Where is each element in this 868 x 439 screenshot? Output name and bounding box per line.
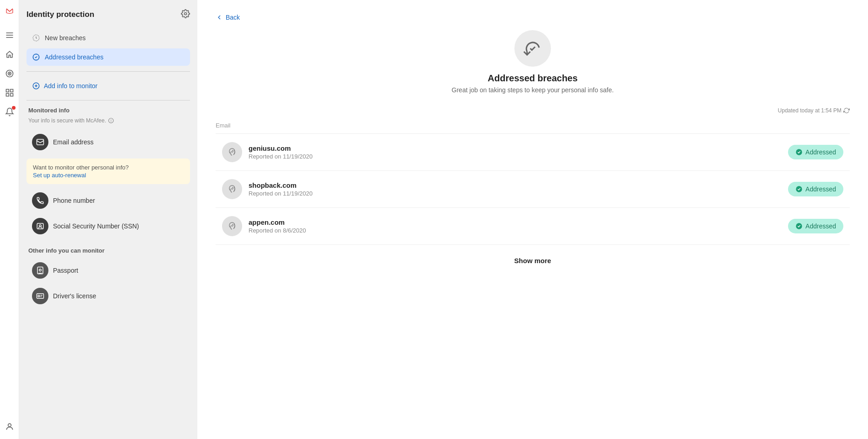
breach-reported-appen: Reported on 8/6/2020	[249, 227, 782, 234]
svg-rect-22	[37, 223, 43, 229]
info-secure-text: Your info is secure with McAfee.	[28, 117, 190, 124]
sidebar-title: Identity protection	[26, 10, 94, 19]
ssn-monitor-icon	[32, 218, 48, 234]
drivers-license-label: Driver's license	[53, 292, 96, 300]
svg-rect-1	[12, 9, 13, 13]
svg-rect-0	[6, 9, 6, 13]
svg-point-29	[796, 186, 802, 192]
settings-gear-icon[interactable]	[181, 9, 190, 20]
new-breaches-label: New breaches	[45, 34, 86, 42]
breach-card-appen[interactable]: appen.com Reported on 8/6/2020 Addressed	[216, 207, 850, 245]
svg-point-27	[38, 295, 40, 297]
back-button[interactable]: Back	[216, 14, 240, 21]
drivers-license-icon	[32, 288, 48, 304]
home-icon[interactable]	[5, 49, 15, 59]
svg-point-28	[796, 149, 802, 155]
setup-auto-renewal-link[interactable]: Set up auto-renewal	[33, 172, 184, 179]
add-info-to-monitor-button[interactable]: Add info to monitor	[26, 77, 190, 95]
svg-point-12	[8, 423, 11, 427]
monitor-item-drivers-license[interactable]: Driver's license	[26, 283, 190, 309]
svg-rect-21	[37, 139, 44, 145]
svg-rect-9	[10, 90, 13, 92]
svg-rect-8	[6, 90, 9, 92]
breach-fingerprint-icon-shopback	[222, 179, 242, 199]
breach-info-geniusu: geniusu.com Reported on 11/19/2020	[249, 144, 782, 160]
breach-card-geniusu[interactable]: geniusu.com Reported on 11/19/2020 Addre…	[216, 133, 850, 170]
check-icon-geniusu	[795, 148, 803, 156]
upsell-text: Want to monitor other personal info?	[33, 164, 129, 171]
target-icon[interactable]	[5, 69, 15, 79]
show-more-button[interactable]: Show more	[216, 249, 850, 273]
monitor-item-ssn[interactable]: Social Security Number (SSN)	[26, 213, 190, 239]
mcafee-logo	[5, 6, 14, 17]
update-line: Updated today at 1:54 PM	[216, 107, 850, 114]
monitor-item-passport[interactable]: Passport	[26, 258, 190, 283]
refresh-icon[interactable]	[843, 107, 850, 114]
breach-fingerprint-icon-geniusu	[222, 142, 242, 162]
check-icon-shopback	[795, 185, 803, 193]
sidebar: Identity protection New breaches Address…	[19, 0, 197, 439]
email-monitor-label: Email address	[53, 138, 94, 146]
check-icon-appen	[795, 222, 803, 230]
svg-rect-10	[6, 94, 9, 96]
passport-label: Passport	[53, 267, 78, 274]
monitor-divider	[26, 100, 190, 100]
page-hero: Addressed breaches Great job on taking s…	[216, 30, 850, 94]
breach-info-shopback: shopback.com Reported on 11/19/2020	[249, 181, 782, 197]
sidebar-item-new-breaches[interactable]: New breaches	[26, 29, 190, 47]
monitor-item-email[interactable]: Email address	[26, 129, 190, 155]
page-subtitle: Great job on taking steps to keep your p…	[452, 86, 614, 94]
ssn-monitor-label: Social Security Number (SSN)	[53, 222, 139, 230]
breach-domain-shopback: shopback.com	[249, 181, 782, 189]
addressed-label-appen: Addressed	[805, 222, 836, 230]
phone-monitor-icon	[32, 192, 48, 209]
email-section-label: Email	[216, 122, 850, 129]
addressed-badge-shopback: Addressed	[788, 182, 843, 196]
svg-point-25	[39, 269, 42, 271]
addressed-badge-appen: Addressed	[788, 219, 843, 233]
grid-icon[interactable]	[5, 88, 15, 98]
addressed-label-shopback: Addressed	[805, 185, 836, 193]
svg-point-13	[185, 13, 187, 15]
breach-list: geniusu.com Reported on 11/19/2020 Addre…	[216, 133, 850, 245]
other-monitor-section-label: Other info you can monitor	[28, 247, 190, 254]
addressed-label-geniusu: Addressed	[805, 148, 836, 156]
bell-icon[interactable]	[5, 107, 15, 117]
person-icon[interactable]	[5, 422, 15, 432]
breach-reported-shopback: Reported on 11/19/2020	[249, 190, 782, 197]
sidebar-header: Identity protection	[26, 9, 190, 20]
addressed-breaches-label: Addressed breaches	[45, 53, 103, 61]
hamburger-menu-icon[interactable]	[5, 30, 15, 40]
phone-monitor-label: Phone number	[53, 197, 95, 204]
monitored-info-section-label: Monitored info	[28, 107, 190, 114]
breach-domain-geniusu: geniusu.com	[249, 144, 782, 152]
sidebar-item-addressed-breaches[interactable]: Addressed breaches	[26, 48, 190, 66]
monitor-item-phone[interactable]: Phone number	[26, 188, 190, 213]
svg-point-7	[9, 73, 10, 74]
breach-domain-appen: appen.com	[249, 218, 782, 226]
svg-point-30	[796, 223, 802, 229]
svg-rect-11	[10, 94, 13, 96]
email-monitor-icon	[32, 134, 48, 150]
main-content: Back Addressed breaches Great job on tak…	[197, 0, 868, 439]
breach-info-appen: appen.com Reported on 8/6/2020	[249, 218, 782, 234]
addressed-breaches-hero-icon	[514, 30, 551, 67]
icon-bar	[0, 0, 19, 439]
svg-point-20	[111, 122, 111, 122]
updated-text: Updated today at 1:54 PM	[778, 107, 842, 114]
breach-card-shopback[interactable]: shopback.com Reported on 11/19/2020 Addr…	[216, 170, 850, 207]
page-title: Addressed breaches	[488, 73, 578, 84]
breach-fingerprint-icon-appen	[222, 216, 242, 236]
back-label: Back	[226, 14, 240, 21]
breach-reported-geniusu: Reported on 11/19/2020	[249, 153, 782, 160]
passport-icon	[32, 262, 48, 279]
upsell-banner: Want to monitor other personal info? Set…	[26, 159, 190, 184]
addressed-badge-geniusu: Addressed	[788, 145, 843, 159]
add-monitor-label: Add info to monitor	[44, 82, 98, 90]
nav-divider	[26, 71, 190, 72]
